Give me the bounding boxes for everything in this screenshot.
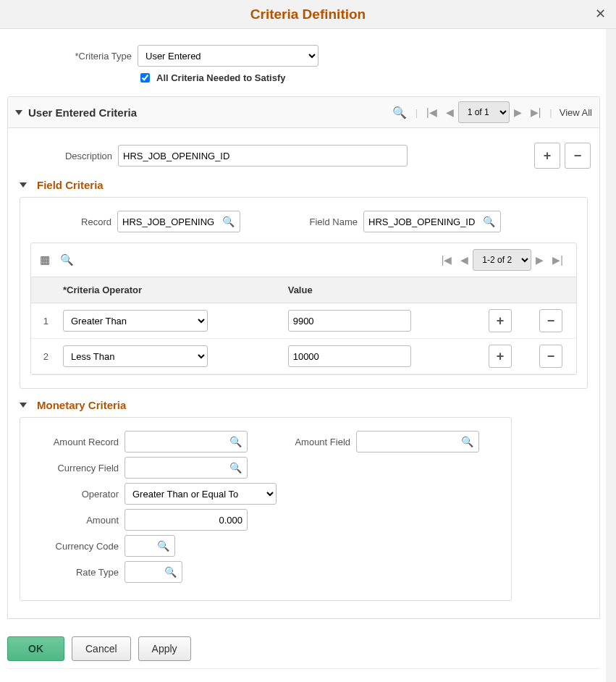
- value-input[interactable]: [288, 345, 411, 367]
- last-page-icon[interactable]: ▶|: [526, 106, 546, 118]
- operator-select[interactable]: Less Than: [63, 345, 208, 367]
- description-input[interactable]: [118, 145, 408, 167]
- criteria-type-select[interactable]: User Entered: [138, 45, 318, 67]
- value-input[interactable]: [288, 310, 411, 332]
- user-entered-section-title: User Entered Criteria: [28, 106, 137, 119]
- amount-record-label: Amount Record: [30, 437, 125, 447]
- page-selector[interactable]: 1 of 1: [458, 101, 510, 123]
- collapse-icon[interactable]: [15, 110, 22, 115]
- remove-row-button[interactable]: −: [565, 143, 591, 169]
- currency-code-label: Currency Code: [30, 541, 125, 552]
- field-criteria-title: Field Criteria: [37, 179, 104, 191]
- table-row: 1 Greater Than + −: [31, 303, 576, 339]
- prev-page-icon[interactable]: ◀: [442, 106, 458, 118]
- monetary-operator-select[interactable]: Greater Than or Equal To: [125, 483, 277, 505]
- criteria-type-label: *Criteria Type: [36, 51, 138, 62]
- search-icon[interactable]: 🔍: [388, 106, 411, 119]
- lookup-icon[interactable]: 🔍: [229, 436, 242, 447]
- field-name-label: Field Name: [240, 216, 363, 227]
- lookup-icon[interactable]: 🔍: [157, 540, 169, 552]
- first-page-icon[interactable]: |◀: [422, 106, 442, 118]
- operator-label: Operator: [30, 489, 125, 500]
- add-row-button[interactable]: +: [534, 143, 560, 169]
- grid-page-selector[interactable]: 1-2 of 2: [473, 249, 531, 271]
- all-criteria-checkbox[interactable]: [140, 73, 150, 83]
- remove-row-button[interactable]: −: [539, 309, 562, 332]
- amount-label: Amount: [30, 515, 125, 526]
- close-icon[interactable]: ✕: [595, 6, 606, 22]
- amount-input[interactable]: [125, 509, 248, 531]
- divider: |: [411, 107, 422, 118]
- collapse-icon[interactable]: [20, 182, 27, 188]
- monetary-criteria-title: Monetary Criteria: [37, 399, 126, 411]
- row-number: 1: [31, 303, 56, 339]
- divider: |: [545, 107, 556, 118]
- amount-field-label: Amount Field: [248, 437, 356, 447]
- prev-page-icon[interactable]: ◀: [456, 254, 473, 266]
- next-page-icon[interactable]: ▶: [531, 254, 548, 266]
- description-label: Description: [17, 151, 118, 161]
- table-row: 2 Less Than + −: [31, 339, 576, 374]
- lookup-icon[interactable]: 🔍: [483, 216, 495, 227]
- apply-button[interactable]: Apply: [138, 636, 191, 661]
- lookup-icon[interactable]: 🔍: [222, 216, 235, 227]
- view-all-link[interactable]: View All: [557, 107, 592, 118]
- collapse-icon[interactable]: [20, 403, 27, 408]
- all-criteria-label: All Criteria Needed to Satisfy: [156, 72, 285, 83]
- field-name-input[interactable]: [363, 211, 501, 232]
- currency-field-label: Currency Field: [30, 463, 125, 473]
- record-label: Record: [30, 216, 117, 227]
- cancel-button[interactable]: Cancel: [72, 636, 131, 661]
- last-page-icon[interactable]: ▶|: [548, 254, 568, 266]
- search-icon[interactable]: 🔍: [60, 253, 74, 266]
- lookup-icon[interactable]: 🔍: [461, 436, 473, 447]
- add-row-button[interactable]: +: [489, 345, 512, 368]
- grid-settings-icon[interactable]: ▦: [40, 253, 50, 266]
- modal-title: Criteria Definition: [0, 0, 616, 29]
- rate-type-label: Rate Type: [30, 567, 125, 578]
- row-number: 2: [31, 339, 56, 374]
- col-operator: *Criteria Operator: [56, 277, 281, 303]
- lookup-icon[interactable]: 🔍: [229, 462, 242, 473]
- lookup-icon[interactable]: 🔍: [164, 566, 177, 578]
- remove-row-button[interactable]: −: [539, 345, 562, 368]
- add-row-button[interactable]: +: [489, 309, 512, 332]
- first-page-icon[interactable]: |◀: [437, 254, 457, 266]
- col-value: Value: [281, 277, 475, 303]
- operator-select[interactable]: Greater Than: [63, 310, 208, 332]
- ok-button[interactable]: OK: [7, 636, 64, 661]
- next-page-icon[interactable]: ▶: [510, 106, 526, 118]
